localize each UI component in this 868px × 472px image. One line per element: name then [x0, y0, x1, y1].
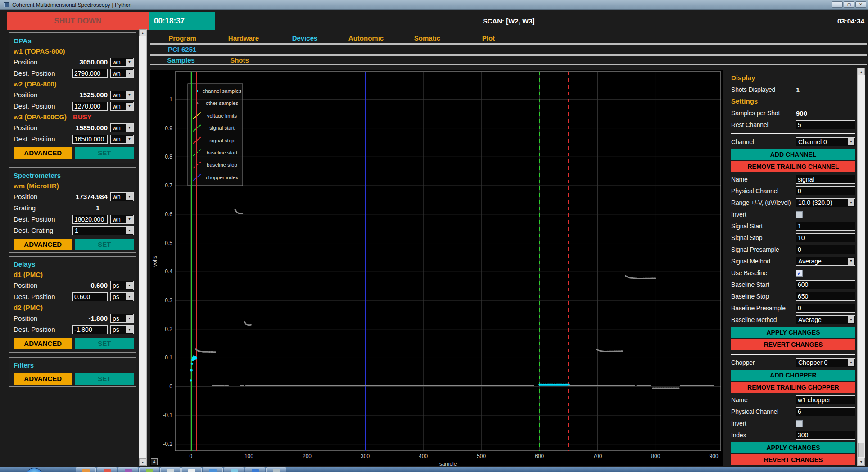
display-section-header: Display — [731, 72, 855, 84]
scrollbar-thumb[interactable] — [858, 443, 864, 457]
maximize-button[interactable]: ▢ — [844, 1, 854, 8]
units-select[interactable]: wn▼ — [110, 58, 134, 67]
settings-vertical-scrollbar[interactable]: ▲ ▼ — [857, 68, 865, 466]
set-button[interactable]: SET — [75, 373, 134, 385]
revert-changes-button[interactable]: REVERT CHANGES — [731, 339, 855, 350]
signal-method-select[interactable]: Average▼ — [796, 257, 855, 266]
start-button-icon[interactable] — [25, 468, 44, 472]
dest-position-input[interactable]: -1.800 — [72, 325, 108, 334]
signal-stop-input[interactable]: 10 — [796, 233, 855, 242]
apply-changes-button[interactable]: APPLY CHANGES — [731, 442, 855, 453]
advanced-button[interactable]: ADVANCED — [14, 338, 72, 349]
signal-start-input[interactable]: 1 — [796, 222, 855, 231]
minimize-button[interactable]: — — [832, 1, 843, 8]
dest-position-row: Dest. Position16500.000wn▼ — [14, 133, 134, 145]
units-select[interactable]: wn▼ — [110, 192, 134, 201]
set-button[interactable]: SET — [75, 338, 134, 349]
use-baseline-checkbox[interactable]: ✓ — [796, 270, 803, 277]
tab-plot[interactable]: Plot — [458, 34, 519, 42]
remove-trailing-chopper-button[interactable]: REMOVE TRAILING CHOPPER — [731, 382, 855, 393]
position-value: 1525.000 — [72, 91, 108, 99]
taskbar-app-icon[interactable] — [76, 467, 96, 472]
x-tick-label: 600 — [535, 453, 544, 459]
taskbar-app-icon[interactable] — [203, 467, 223, 472]
close-button[interactable]: ✕ — [855, 1, 866, 8]
name-label: Name — [731, 396, 796, 404]
taskbar-app-icon[interactable] — [118, 467, 138, 472]
units-select[interactable]: wn▼ — [110, 69, 134, 78]
invert-checkbox[interactable] — [796, 420, 803, 427]
taskbar-app-icon[interactable] — [181, 467, 202, 472]
revert-changes-button[interactable]: REVERT CHANGES — [731, 454, 855, 465]
signal-presample-input[interactable]: 0 — [796, 245, 855, 254]
panel-actions: ADVANCEDSET — [14, 373, 134, 385]
device-tab-underline — [150, 54, 867, 56]
remove-trailing-channel-button[interactable]: REMOVE TRAILING CHANNEL — [731, 161, 855, 172]
data-segment-other-samples-level-segments — [625, 276, 656, 278]
advanced-button[interactable]: ADVANCED — [14, 239, 72, 250]
add-chopper-button[interactable]: ADD CHOPPER — [731, 370, 855, 381]
name-input[interactable]: signal — [796, 175, 855, 184]
tab-program[interactable]: Program — [152, 34, 213, 42]
baseline-presample-input[interactable]: 0 — [796, 304, 855, 313]
opas-header: OPAs — [14, 36, 134, 46]
tab-pci-6251[interactable]: PCI-6251 — [168, 45, 196, 53]
tab-shots[interactable]: Shots — [210, 56, 269, 64]
units-select[interactable]: ps▼ — [110, 292, 134, 301]
chopper-select[interactable]: Chopper 0▼ — [796, 358, 855, 367]
dest-grating-select[interactable]: 1▼ — [72, 226, 134, 235]
units-select[interactable]: wn▼ — [110, 91, 134, 100]
windows-taskbar[interactable] — [0, 467, 868, 472]
taskbar-app-icon[interactable] — [139, 467, 159, 472]
dest-position-input[interactable]: 18020.000 — [72, 215, 108, 224]
section-divider — [731, 351, 855, 357]
plot-canvas[interactable]: 10.90.80.70.60.50.40.30.20.10-0.1-0.2010… — [150, 70, 723, 466]
taskbar-app-icon[interactable] — [97, 467, 117, 472]
advanced-button[interactable]: ADVANCED — [14, 373, 72, 385]
advanced-button[interactable]: ADVANCED — [14, 147, 72, 159]
units-select[interactable]: wn▼ — [110, 215, 134, 224]
taskbar-app-icon[interactable] — [245, 467, 265, 472]
taskbar-app-icon[interactable] — [266, 467, 286, 472]
tab-autonomic[interactable]: Autonomic — [335, 34, 397, 42]
rest-channel-input[interactable]: 5 — [796, 120, 855, 129]
apply-changes-button[interactable]: APPLY CHANGES — [731, 327, 855, 338]
physical-channel-input[interactable]: 0 — [796, 186, 855, 195]
dest-position-input[interactable]: 1270.000 — [72, 102, 108, 111]
tab-devices[interactable]: Devices — [274, 34, 335, 42]
name-input[interactable]: w1 chopper — [796, 395, 855, 404]
add-channel-button[interactable]: ADD CHANNEL — [731, 149, 855, 160]
dest-position-input[interactable]: 16500.000 — [72, 135, 108, 144]
units-select[interactable]: wn▼ — [110, 135, 134, 144]
tab-hardware[interactable]: Hardware — [213, 34, 274, 42]
shut-down-button[interactable]: SHUT DOWN — [7, 12, 149, 30]
channel-select[interactable]: Channel 0▼ — [796, 137, 855, 146]
taskbar-app-icon[interactable] — [160, 467, 181, 472]
invert-checkbox[interactable] — [796, 211, 803, 218]
baseline-stop-input[interactable]: 650 — [796, 292, 855, 301]
center-vertical-scrollbar[interactable]: ▲ ▼ — [139, 29, 147, 466]
taskbar-app-icon[interactable] — [224, 467, 244, 472]
x-tick-label: 300 — [361, 453, 370, 459]
position-value: 0.600 — [72, 281, 108, 289]
physical-channel-input[interactable]: 6 — [796, 407, 855, 416]
units-select[interactable]: ps▼ — [110, 325, 134, 334]
set-button[interactable]: SET — [75, 239, 134, 250]
range-v-uv-level-select[interactable]: 10.0 (320.0)▼ — [796, 198, 855, 207]
units-select[interactable]: wn▼ — [110, 123, 134, 132]
dest-position-row: Dest. Position2790.000wn▼ — [14, 68, 134, 79]
units-select[interactable]: ps▼ — [110, 281, 134, 290]
samples-plot[interactable]: 10.90.80.70.60.50.40.30.20.10-0.1-0.2010… — [150, 70, 723, 466]
tab-samples[interactable]: Samples — [152, 56, 210, 64]
signal-method-label: Signal Method — [731, 258, 796, 265]
dest-position-input[interactable]: 0.600 — [72, 292, 108, 301]
tab-somatic[interactable]: Somatic — [397, 34, 458, 42]
plot-autoscale-button[interactable]: A — [151, 458, 158, 465]
dest-position-input[interactable]: 2790.000 — [72, 69, 108, 78]
baseline-start-input[interactable]: 600 — [796, 280, 855, 289]
units-select[interactable]: ps▼ — [110, 314, 134, 323]
set-button[interactable]: SET — [75, 147, 134, 159]
index-input[interactable]: 300 — [796, 431, 855, 440]
baseline-method-select[interactable]: Average▼ — [796, 315, 855, 324]
units-select[interactable]: wn▼ — [110, 102, 134, 111]
